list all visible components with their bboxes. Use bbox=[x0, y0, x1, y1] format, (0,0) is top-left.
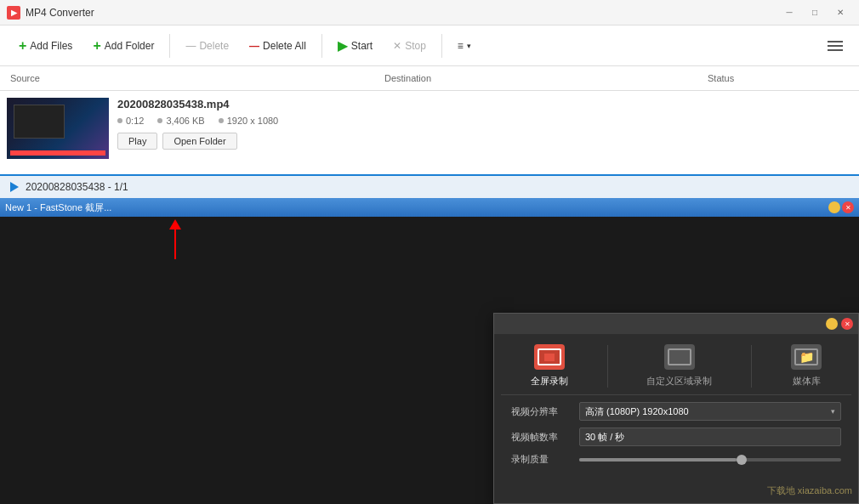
fs-close-btn[interactable]: ✕ bbox=[842, 201, 854, 213]
thumbnail-overlay bbox=[14, 105, 65, 139]
menu-dropdown-icon: ▾ bbox=[467, 42, 471, 50]
file-list-header: Source Destination Status bbox=[0, 66, 859, 91]
file-actions: Play Open Folder bbox=[117, 133, 852, 150]
framerate-label: 视频帧数率 bbox=[511, 431, 579, 444]
play-button[interactable]: Play bbox=[117, 133, 157, 150]
file-item: 20200828035438.mp4 0:12 3,406 KB 1920 x … bbox=[0, 91, 859, 176]
resolution-label: 视频分辨率 bbox=[511, 405, 579, 418]
dialog-title-bar: ✕ bbox=[494, 314, 858, 334]
dialog-tabs: 全屏录制 自定义区域录制 📁 媒体库 bbox=[494, 334, 858, 394]
custom-icon-inner bbox=[668, 348, 691, 365]
status-text: 20200828035438 - 1/1 bbox=[26, 181, 128, 193]
file-size: 3,406 KB bbox=[157, 116, 204, 126]
add-files-label: Add Files bbox=[30, 40, 72, 52]
destination-column-header: Destination bbox=[374, 70, 697, 87]
open-folder-button[interactable]: Open Folder bbox=[162, 133, 236, 150]
main-toolbar: + Add Files + Add Folder — Delete — Dele… bbox=[0, 25, 859, 66]
thumbnail-bar bbox=[10, 150, 105, 156]
quality-slider-fill bbox=[579, 458, 737, 462]
stop-label: Stop bbox=[405, 40, 426, 52]
quality-label: 录制质量 bbox=[511, 453, 579, 466]
fs-minimize-btn[interactable] bbox=[828, 201, 840, 213]
screenshot-area: New 1 - FastStone 截屏... ✕ 文件 编辑 视图 效果 查看… bbox=[0, 198, 859, 504]
separator-2 bbox=[321, 34, 322, 58]
dialog-tab-custom[interactable]: 自定义区域录制 bbox=[646, 344, 712, 388]
framerate-input[interactable]: 30 帧 / 秒 bbox=[579, 428, 841, 446]
hamburger-line-1 bbox=[828, 41, 843, 42]
size-dot bbox=[157, 118, 162, 123]
app-icon: ▶ bbox=[7, 6, 20, 20]
status-bar: 20200828035438 - 1/1 bbox=[0, 176, 859, 199]
fullscreen-tab-icon bbox=[534, 344, 565, 370]
resolution-input[interactable]: 高清 (1080P) 1920x1080 ▾ bbox=[579, 402, 841, 421]
library-tab-icon: 📁 bbox=[791, 344, 822, 370]
source-column-header: Source bbox=[0, 70, 374, 87]
duration-dot bbox=[117, 118, 122, 123]
separator-1 bbox=[169, 34, 170, 58]
dialog-form: 视频分辨率 高清 (1080P) 1920x1080 ▾ 视频帧数率 30 帧 … bbox=[494, 395, 858, 479]
library-tab-label: 媒体库 bbox=[793, 375, 821, 388]
quality-slider[interactable] bbox=[579, 458, 841, 462]
delete-all-label: Delete All bbox=[263, 40, 306, 52]
thumbnail-image bbox=[7, 98, 109, 159]
resolution-dot bbox=[219, 118, 224, 123]
title-bar: ▶ MP4 Converter ─ □ ✕ bbox=[0, 0, 859, 25]
quality-slider-thumb[interactable] bbox=[737, 455, 747, 465]
delete-all-button[interactable]: — Delete All bbox=[241, 35, 315, 57]
start-button[interactable]: ▶ Start bbox=[329, 32, 381, 59]
content-area: Source Destination Status 20200828035438… bbox=[0, 66, 859, 504]
app-title: MP4 Converter bbox=[26, 7, 777, 19]
framerate-value: 30 帧 / 秒 bbox=[585, 431, 624, 444]
add-folder-icon: + bbox=[93, 38, 100, 54]
framerate-field: 视频帧数率 30 帧 / 秒 bbox=[511, 428, 841, 446]
hamburger-line-3 bbox=[828, 49, 843, 51]
start-label: Start bbox=[351, 40, 373, 52]
faststone-title-bar: New 1 - FastStone 截屏... ✕ bbox=[0, 198, 859, 217]
resolution-value: 高清 (1080P) 1920x1080 bbox=[585, 405, 689, 418]
add-files-icon: + bbox=[19, 38, 26, 54]
maximize-button[interactable]: □ bbox=[803, 4, 827, 21]
file-info: 20200828035438.mp4 0:12 3,406 KB 1920 x … bbox=[117, 98, 852, 150]
tab-sep-2 bbox=[751, 345, 752, 388]
status-column-header: Status bbox=[697, 70, 859, 87]
tab-sep-1 bbox=[607, 345, 608, 388]
screen-icon bbox=[544, 354, 555, 361]
separator-3 bbox=[441, 34, 442, 58]
hamburger-button[interactable] bbox=[822, 32, 849, 59]
close-button[interactable]: ✕ bbox=[828, 4, 852, 21]
stop-button[interactable]: ✕ Stop bbox=[384, 35, 435, 57]
delete-button[interactable]: — Delete bbox=[177, 35, 237, 57]
dark-screenshot-content: ✕ 全屏录制 bbox=[0, 217, 859, 504]
recording-dialog: ✕ 全屏录制 bbox=[493, 313, 859, 504]
library-icon-inner: 📁 bbox=[794, 348, 818, 365]
file-name: 20200828035438.mp4 bbox=[117, 98, 852, 110]
delete-all-icon: — bbox=[249, 40, 259, 52]
stop-icon: ✕ bbox=[393, 40, 401, 52]
dialog-minimize-btn[interactable] bbox=[826, 318, 838, 330]
quality-field: 录制质量 bbox=[511, 453, 841, 466]
add-files-button[interactable]: + Add Files bbox=[10, 33, 81, 59]
custom-tab-icon bbox=[664, 344, 695, 370]
resolution-arrow: ▾ bbox=[831, 407, 835, 416]
minimize-button[interactable]: ─ bbox=[777, 4, 801, 21]
faststone-title: New 1 - FastStone 截屏... bbox=[5, 201, 111, 214]
file-duration: 0:12 bbox=[117, 116, 144, 126]
fullscreen-tab-label: 全屏录制 bbox=[531, 375, 568, 388]
menu-button[interactable]: ≡ ▾ bbox=[449, 35, 480, 57]
dialog-close-btn[interactable]: ✕ bbox=[841, 318, 853, 330]
delete-label: Delete bbox=[199, 40, 229, 52]
resolution-field: 视频分辨率 高清 (1080P) 1920x1080 ▾ bbox=[511, 402, 841, 421]
delete-icon: — bbox=[185, 40, 196, 52]
file-thumbnail bbox=[7, 98, 109, 159]
add-folder-label: Add Folder bbox=[105, 40, 155, 52]
hamburger-line-2 bbox=[828, 45, 843, 47]
dialog-tab-fullscreen[interactable]: 全屏录制 bbox=[531, 344, 568, 388]
dialog-tab-library[interactable]: 📁 媒体库 bbox=[791, 344, 822, 388]
fullscreen-icon-inner bbox=[538, 348, 561, 365]
file-meta: 0:12 3,406 KB 1920 x 1080 bbox=[117, 116, 852, 126]
menu-icon: ≡ bbox=[458, 40, 464, 52]
custom-tab-label: 自定义区域录制 bbox=[646, 375, 712, 388]
start-icon: ▶ bbox=[338, 37, 348, 54]
add-folder-button[interactable]: + Add Folder bbox=[84, 33, 162, 59]
window-controls: ─ □ ✕ bbox=[777, 4, 852, 21]
